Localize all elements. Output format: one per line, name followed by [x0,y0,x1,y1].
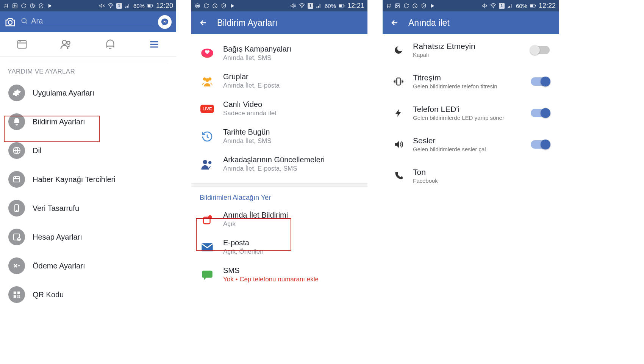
menu-label: Ödeme Ayarları [33,262,85,270]
row-sub: Gelen bildirimlerde LED yanıp söner [413,115,523,121]
section-where: Bildirimleri Alacağın Yer [191,187,367,204]
back-arrow-icon[interactable] [390,18,399,27]
svg-point-3 [110,7,111,8]
bell-icon [8,113,25,130]
row-sub: Gelen bildirimlerde telefon titresin [413,83,523,89]
pie-icon [29,3,35,9]
tab-notifications[interactable] [103,37,118,52]
image-icon [394,3,400,9]
toggle-sounds[interactable] [531,140,550,149]
row-dnd[interactable]: Rahatsız EtmeyinKapalı [383,34,559,66]
row-title: Rahatsız Etmeyin [413,42,523,51]
menu-bildirim-ayarlari[interactable]: Bildirim Ayarları [0,107,176,136]
row-title: Ton [413,168,550,177]
row-title: SMS [223,266,360,275]
delivery-list: Anında İlet BildirimiAçık E-postaAçık, Ö… [191,204,367,294]
vibrate-icon [392,75,405,88]
menu-label: Veri Tasarrufu [33,204,79,213]
svg-rect-48 [397,78,400,85]
status-bar: 1 60% 12:21 [191,0,367,11]
friends-icon [199,156,216,173]
wifi-icon [490,3,496,9]
row-sub: Yok • Cep telefonu numaranı ekle [223,276,360,283]
row-title: Telefon LED'i [413,105,523,114]
menu-uygulama-ayarlari[interactable]: Uygulama Ayarları [0,78,176,107]
mail-icon [199,239,216,256]
row-led[interactable]: Telefon LED'iGelen bildirimlerde LED yan… [383,97,559,129]
svg-rect-13 [14,177,20,182]
svg-point-37 [208,161,212,164]
play-icon [229,3,235,9]
svg-point-10 [63,40,67,44]
row-vibrate[interactable]: TitreşimGelen bildirimlerde telefon titr… [383,66,559,97]
subheader: Bildirim Ayarları [191,11,367,34]
svg-point-25 [195,3,199,8]
toggle-dnd[interactable] [531,46,550,54]
tab-feed[interactable] [14,37,30,52]
phone-icon [8,200,25,217]
tab-friends[interactable] [58,37,73,52]
battery-icon [147,3,153,9]
search-input[interactable] [31,17,153,25]
menu-hesap-ayarlari[interactable]: Hesap Ayarları [0,223,176,251]
history-icon [199,128,216,145]
toggle-led[interactable] [531,109,550,117]
row-sms[interactable]: SMSYok • Cep telefonu numaranı ekle [191,261,367,289]
feed-icon [8,171,25,188]
menu-label: Haber Kaynağı Tercihleri [33,175,116,184]
sync-icon [203,3,209,9]
battery-icon [530,3,536,9]
heart-coin-icon [199,45,216,62]
screen-2: 1 60% 12:21 Bildirim Ayarları Bağış Kamp… [191,0,367,303]
row-gruplar[interactable]: GruplarAnında İlet, E-posta [191,67,367,95]
play-icon [429,3,435,9]
svg-point-42 [396,5,397,6]
row-canli-video[interactable]: LIVE Canlı VideoSadece anında ilet [191,95,367,122]
back-arrow-icon[interactable] [199,18,208,27]
mute-icon [290,3,296,9]
menu-haber-kaynagi[interactable]: Haber Kaynağı Tercihleri [0,165,176,194]
menu-qr-kodu[interactable]: QR Kodu [0,280,176,303]
row-aninda-ilet[interactable]: Anında İlet BildirimiAçık [191,206,367,233]
hash-icon [3,3,9,9]
menu-dil[interactable]: Dil [0,136,176,165]
gear-icon [8,85,25,101]
row-title: Canlı Video [223,100,360,109]
svg-rect-5 [148,5,150,7]
status-bar: 1 60% 12:20 [0,0,176,11]
play-icon [47,3,53,9]
menu-label: Uygulama Ayarları [33,89,94,97]
menu-label: QR Kodu [33,290,64,299]
tab-menu[interactable] [147,37,162,52]
messenger-icon[interactable] [158,15,172,29]
subheader: Anında ilet [383,11,559,34]
credit-icon [8,257,25,274]
row-eposta[interactable]: E-postaAçık, Önerilen [191,233,367,261]
search-wrap[interactable] [20,17,153,27]
row-arkadas-guncel[interactable]: Arkadaşlarının GüncellemeleriAnında İlet… [191,150,367,178]
menu-label: Hesap Ayarları [33,233,82,242]
row-tone[interactable]: TonFacebook [383,160,559,191]
menu-veri-tasarrufu[interactable]: Veri Tasarrufu [0,194,176,223]
toggle-vibrate[interactable] [531,77,550,86]
svg-rect-19 [17,292,20,294]
menu-odeme-ayarlari[interactable]: Ödeme Ayarları [0,251,176,280]
camera-icon[interactable] [5,16,16,28]
pie-icon [412,3,418,9]
screen-1: 1 60% 12:20 YARDIM VE AYARLAR Uygulama A [0,0,176,303]
row-title: E-posta [223,238,360,247]
group-icon [199,73,216,89]
row-sounds[interactable]: SeslerGelen bildirimlerde sesler çal [383,129,559,160]
row-tarihte-bugun[interactable]: Tarihte BugünAnında İlet, SMS [191,122,367,150]
svg-rect-21 [17,295,19,297]
row-bagis[interactable]: Bağış KampanyalarıAnında İlet, SMS [191,39,367,67]
sim-icon: 1 [308,3,313,9]
clock-text: 12:21 [347,2,364,10]
svg-point-7 [8,20,12,24]
svg-rect-9 [18,41,27,48]
moon-icon [392,43,405,57]
menu-label: Dil [33,146,41,155]
hash-icon [194,3,200,9]
signal-icon [125,3,131,9]
row-sub: Sadece anında ilet [223,110,360,117]
